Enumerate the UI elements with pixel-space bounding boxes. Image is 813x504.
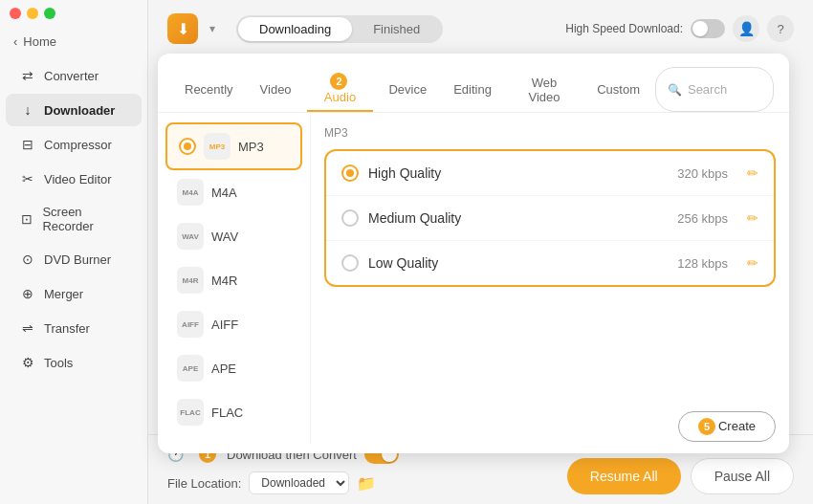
quality-options: High Quality 320 kbps ✏ Medium Quality 2… <box>324 149 776 287</box>
home-label: Home <box>23 34 56 49</box>
merger-icon: ⊕ <box>19 285 36 302</box>
resume-all-button[interactable]: Resume All <box>567 458 681 494</box>
sidebar-item-label: Compressor <box>44 138 112 152</box>
mp3-radio[interactable] <box>179 138 196 155</box>
format-label-ape: APE <box>211 362 236 376</box>
ape-icon: APE <box>177 355 204 382</box>
audio-badge: 2 <box>330 73 347 90</box>
sidebar-item-video-editor[interactable]: ✂ Video Editor <box>6 163 142 195</box>
quality-label-high: High Quality <box>368 165 668 181</box>
quality-radio-high[interactable] <box>341 164 359 182</box>
tab-web-video[interactable]: Web Video <box>507 67 582 112</box>
search-box[interactable]: 🔍 Search <box>655 67 774 112</box>
format-label-mp3: MP3 <box>238 140 264 154</box>
quality-panel: MP3 High Quality 320 kbps ✏ Medium Quali… <box>311 113 789 444</box>
sidebar-home[interactable]: ‹ Home <box>0 29 147 55</box>
quality-edit-high[interactable]: ✏ <box>747 165 758 181</box>
user-icon[interactable]: 👤 <box>733 15 759 42</box>
screen-recorder-icon: ⊡ <box>19 210 34 228</box>
main-content: ⬇ ▾ Downloading Finished High Speed Down… <box>148 0 813 504</box>
app-logo: ⬇ <box>167 13 198 44</box>
sidebar-item-downloader[interactable]: ↓ Downloader <box>6 94 142 126</box>
tab-downloading[interactable]: Downloading <box>238 17 352 41</box>
quality-edit-low[interactable]: ✏ <box>747 255 758 271</box>
sidebar-item-label: Converter <box>44 69 99 83</box>
format-label-flac: FLAC <box>211 405 243 420</box>
format-tabs: Recently Video 2Audio Device Editing Web… <box>158 54 789 113</box>
sidebar-item-converter[interactable]: ⇄ Converter <box>6 59 142 92</box>
sidebar-item-transfer[interactable]: ⇌ Transfer <box>6 312 142 344</box>
quality-label-medium: Medium Quality <box>368 210 668 226</box>
format-item-ape[interactable]: APE APE <box>165 346 302 390</box>
downloader-icon: ↓ <box>19 101 36 119</box>
sidebar: ‹ Home ⇄ Converter ↓ Downloader ⊟ Compre… <box>0 0 148 504</box>
sidebar-item-label: Merger <box>44 287 83 301</box>
search-icon: 🔍 <box>668 83 682 97</box>
quality-label-low: Low Quality <box>368 255 668 271</box>
format-item-mp3[interactable]: MP3 MP3 <box>165 122 302 170</box>
tab-recently[interactable]: Recently <box>173 67 245 112</box>
tab-custom[interactable]: Custom <box>585 67 651 112</box>
high-speed-label: High Speed Download: <box>565 22 683 35</box>
sidebar-item-label: Screen Recorder <box>42 205 128 233</box>
quality-edit-medium[interactable]: ✏ <box>747 210 758 226</box>
quality-item-medium[interactable]: Medium Quality 256 kbps ✏ <box>326 196 774 241</box>
quality-item-high[interactable]: High Quality 320 kbps ✏ <box>326 151 774 196</box>
wav-icon: WAV <box>177 223 204 250</box>
high-speed-toggle[interactable] <box>691 19 725 38</box>
format-overlay: Recently Video 2Audio Device Editing Web… <box>158 54 789 453</box>
tab-audio[interactable]: 2Audio <box>307 67 374 112</box>
file-location-label: File Location: <box>167 476 241 491</box>
converter-icon: ⇄ <box>19 67 36 84</box>
sidebar-item-merger[interactable]: ⊕ Merger <box>6 277 142 310</box>
minimize-button[interactable] <box>27 8 38 19</box>
tab-finished[interactable]: Finished <box>352 17 441 41</box>
mp3-icon: MP3 <box>204 133 231 160</box>
format-label-m4a: M4A <box>211 186 237 200</box>
home-icon: ‹ <box>13 34 17 49</box>
topbar: ⬇ ▾ Downloading Finished High Speed Down… <box>148 0 813 54</box>
sidebar-item-label: Tools <box>44 356 73 370</box>
tab-device[interactable]: Device <box>377 67 438 112</box>
create-button[interactable]: 5Create <box>678 411 776 442</box>
tab-editing[interactable]: Editing <box>442 67 503 112</box>
sidebar-item-screen-recorder[interactable]: ⊡ Screen Recorder <box>6 197 142 241</box>
file-location-select[interactable]: Downloaded <box>249 471 349 494</box>
folder-icon[interactable]: 📁 <box>357 474 376 493</box>
topbar-icons: High Speed Download: 👤 ? <box>565 15 794 42</box>
m4r-icon: M4R <box>177 267 204 294</box>
tab-video[interactable]: Video <box>249 67 303 112</box>
sidebar-item-label: Downloader <box>44 103 115 118</box>
video-editor-icon: ✂ <box>19 170 36 187</box>
pause-all-button[interactable]: Pause All <box>691 458 794 494</box>
help-icon[interactable]: ? <box>767 15 794 42</box>
format-item-wav[interactable]: WAV WAV <box>165 214 302 258</box>
format-list: MP3 MP3 M4A M4A WAV WAV <box>158 113 311 444</box>
close-button[interactable] <box>10 8 21 19</box>
sidebar-item-compressor[interactable]: ⊟ Compressor <box>6 128 142 161</box>
sidebar-item-label: Transfer <box>44 321 90 336</box>
quality-bitrate-medium: 256 kbps <box>677 211 728 226</box>
m4a-icon: M4A <box>177 179 204 206</box>
aiff-icon: AIFF <box>177 311 204 338</box>
quality-radio-low[interactable] <box>341 254 359 272</box>
format-item-aiff[interactable]: AIFF AIFF <box>165 302 302 346</box>
format-item-flac[interactable]: FLAC FLAC <box>165 390 302 434</box>
format-label-wav: WAV <box>211 230 238 244</box>
format-item-m4r[interactable]: M4R M4R <box>165 258 302 302</box>
tools-icon: ⚙ <box>19 354 36 371</box>
sidebar-item-label: DVD Burner <box>44 252 111 267</box>
quality-radio-medium[interactable] <box>341 209 359 227</box>
sidebar-item-dvd-burner[interactable]: ⊙ DVD Burner <box>6 243 142 275</box>
format-item-m4a[interactable]: M4A M4A <box>165 170 302 214</box>
maximize-button[interactable] <box>44 8 55 19</box>
dvd-burner-icon: ⊙ <box>19 251 36 268</box>
logo-chevron[interactable]: ▾ <box>209 22 215 35</box>
flac-icon: FLAC <box>177 399 204 426</box>
sidebar-item-tools[interactable]: ⚙ Tools <box>6 346 142 379</box>
selected-format-label: MP3 <box>324 126 776 140</box>
format-label-m4r: M4R <box>211 274 237 288</box>
create-badge: 5 <box>698 418 715 435</box>
quality-item-low[interactable]: Low Quality 128 kbps ✏ <box>326 241 774 285</box>
logo-icon: ⬇ <box>177 20 189 38</box>
